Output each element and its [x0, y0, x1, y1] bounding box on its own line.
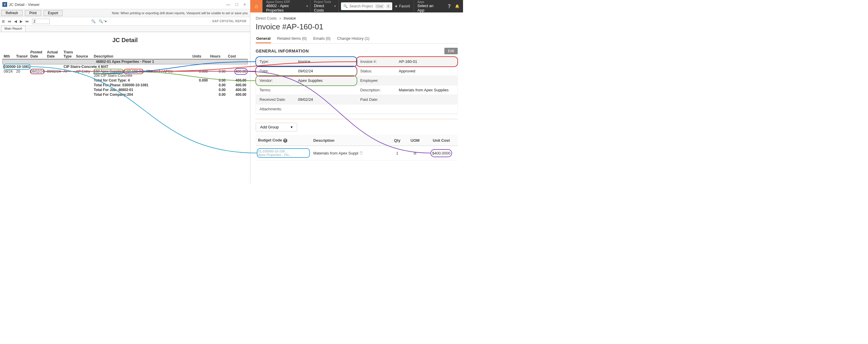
top-nav: ⌂ Agave Demo ERP 46802 - Apex Properties… [250, 0, 463, 12]
tool-selector[interactable]: Project Tools Direct Costs ▼ [310, 0, 338, 12]
close-button[interactable]: × [244, 2, 246, 7]
breadcrumb-current: Invoice [283, 16, 296, 21]
total-2-label: Total For Job: 46802-01 [93, 87, 191, 92]
report-title: JC Detail [2, 37, 248, 44]
budget-code-cell[interactable]: 01.030000-10-108… Apex Properties - Flo… [258, 149, 309, 156]
window-title: JC Detail - Viewer [9, 2, 40, 7]
total-1-cost: 400.00 [227, 83, 248, 87]
terms-value [298, 88, 353, 92]
row-trans: 20 [15, 69, 29, 78]
paid-label: Paid Date: [360, 97, 399, 102]
page-number-input[interactable] [32, 19, 50, 24]
col-posted: Posted Date [29, 50, 46, 59]
next-page-icon[interactable]: ▶ [20, 19, 23, 23]
detail-tabs: General Related Items (0) Emails (0) Cha… [256, 34, 458, 44]
app-icon: V [2, 2, 7, 7]
calculator-icon[interactable]: 🗒 [359, 151, 363, 155]
first-page-icon[interactable]: ⏮ [8, 19, 11, 23]
total-0-hours: 0.00 [209, 78, 227, 83]
page-body: Direct Costs › Invoice Invoice #AP-160-0… [250, 12, 463, 184]
favorite-toggle[interactable]: ★Favorit [395, 4, 410, 8]
vendor-value: Apex Supplies [298, 78, 353, 83]
col-ttype: Trans Type [63, 50, 75, 59]
tab-related[interactable]: Related Items (0) [276, 34, 307, 43]
info-grid: Type:Invoice Invoice #:AP-160-01 Date:09… [256, 57, 458, 114]
date-label: Date: [259, 69, 298, 73]
tree-icon[interactable]: ⊞ [2, 19, 5, 23]
star-icon: ★ [395, 4, 398, 8]
chevron-down-icon: ▼ [306, 5, 308, 8]
col-cost: Cost [227, 50, 248, 59]
kbd-k: K [386, 4, 391, 8]
jc-detail-window: V JC Detail - Viewer — □ × Refresh Print… [0, 0, 250, 184]
att-label: Attachments: [259, 107, 298, 111]
col-actual: Actual Date [46, 50, 63, 59]
export-button[interactable]: Export [43, 10, 63, 16]
section-heading: GENERAL INFORMATION [256, 49, 309, 53]
col-units: Units [191, 50, 209, 59]
total-1-label: Total For Phase: 030000-10-1081 [93, 83, 191, 87]
chevron-right-icon: › [279, 16, 281, 21]
last-page-icon[interactable]: ⏭ [26, 19, 29, 23]
kbd-cmd: Cmd [375, 4, 384, 8]
report-tabs: Main Report [0, 26, 250, 32]
row-actual: 09/02/24 [46, 69, 63, 78]
phase-code: 030000-10-1081 [4, 65, 30, 69]
trail-text: / TR# 2 / 1 / APCo: [144, 69, 174, 74]
row-line2: 204 CIP Stairs-Concrete [94, 74, 132, 78]
terms-label: Terms: [259, 88, 298, 92]
row-units: 0.000 [191, 69, 209, 78]
tab-general[interactable]: General [256, 34, 271, 43]
bell-icon[interactable]: 🔔 [455, 4, 460, 8]
tab-history[interactable]: Change History (1) [337, 34, 370, 43]
invno-value: AP-160-01 [399, 59, 454, 64]
group-header: 46802-01 Apex Properties - Floor 1 [3, 59, 248, 64]
total-0-cost: 400.00 [227, 78, 248, 83]
add-group-button[interactable]: Add Group ▾ [256, 123, 297, 132]
window-titlebar: V JC Detail - Viewer — □ × [0, 0, 250, 9]
desc-label: Description: [360, 88, 399, 92]
emp-label: Employee: [360, 78, 399, 83]
invoice-text: / AP-160-01 [124, 69, 143, 74]
prev-page-icon[interactable]: ◀ [14, 19, 17, 23]
breadcrumb-root[interactable]: Direct Costs [256, 16, 277, 21]
search-icon: 🔍 [343, 4, 348, 8]
desc-cell: Materials from Apex Suppl🗒 [311, 146, 389, 161]
row-ttype: AP [63, 69, 75, 78]
edit-button[interactable]: Edit [444, 48, 458, 54]
emp-value [399, 78, 454, 83]
help-icon[interactable]: ? [283, 139, 287, 143]
col-desc: Description [93, 50, 191, 59]
main-report-tab[interactable]: Main Report [1, 26, 26, 32]
report-body: JC Detail Mth Trans# Posted Date Actual … [0, 32, 250, 184]
refresh-button[interactable]: Refresh [1, 10, 23, 16]
report-table: Mth Trans# Posted Date Actual Date Trans… [2, 50, 248, 97]
row-hours: 0.00 [209, 69, 227, 78]
chevron-down-icon: ▾ [290, 125, 293, 129]
maximize-button[interactable]: □ [236, 2, 238, 7]
minimize-button[interactable]: — [226, 2, 230, 7]
row-source: AP Entry [75, 69, 93, 78]
total-2-cost: 400.00 [227, 87, 248, 92]
search-input[interactable] [349, 4, 373, 8]
col-hours: Hours [209, 50, 227, 59]
print-button[interactable]: Print [25, 10, 41, 16]
vendor-label: Vendor: [259, 78, 298, 83]
type-value: Invoice [298, 59, 353, 64]
total-3-cost: 400.00 [227, 92, 248, 97]
help-icon[interactable]: ❔ [447, 4, 452, 8]
col-unit: Unit Cost [425, 135, 458, 146]
app-selector[interactable]: Apps Select an App [413, 0, 443, 12]
project-selector[interactable]: Agave Demo ERP 46802 - Apex Properties ▼ [262, 0, 310, 12]
chevron-down-icon: ▼ [334, 5, 337, 8]
procore-panel: ⌂ Agave Demo ERP 46802 - Apex Properties… [250, 0, 463, 184]
tab-emails[interactable]: Emails (0) [313, 34, 331, 43]
col-uom: UOM [405, 135, 425, 146]
zoom-icon[interactable]: 🔍⁺▾ [99, 19, 107, 23]
find-icon[interactable]: 🔍 [91, 19, 96, 23]
total-0-label: Total for Cost Type: 4 [93, 78, 191, 83]
page-title: Invoice #AP-160-01 [256, 22, 458, 31]
search-box[interactable]: 🔍 Cmd K [341, 2, 393, 10]
home-icon[interactable]: ⌂ [250, 0, 262, 12]
vendor-text: 160 Apex Supplies [94, 69, 123, 74]
